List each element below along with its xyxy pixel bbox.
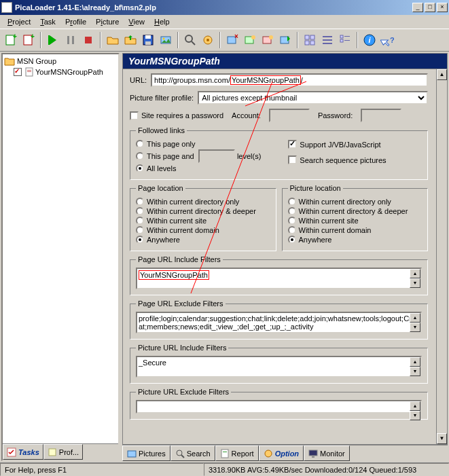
stop-button[interactable] [80,32,96,48]
levels-input[interactable] [198,149,235,163]
minimize-button[interactable]: _ [412,3,423,12]
play-button[interactable] [45,32,61,48]
page-include-filter-input[interactable]: YourMSNGroupPath ▲▼ [136,268,422,289]
radio-all-levels[interactable]: All levels [136,164,261,172]
svg-line-15 [192,41,195,45]
svg-marker-4 [50,35,56,45]
tree-child-label: YourMSNGroupPath [35,68,103,76]
svg-point-51 [265,450,272,457]
menu-task[interactable]: Task [35,16,60,27]
page-loc-dir-deeper[interactable]: Within current directory & deeper [136,207,270,215]
pic-loc-site[interactable]: Within current site [288,217,423,225]
spin-up-icon[interactable]: ▲ [410,401,420,411]
spin-up-icon[interactable]: ▲ [410,357,420,367]
new-task-button[interactable]: + [3,32,19,48]
maximize-button[interactable]: □ [425,3,435,12]
svg-rect-29 [323,36,332,37]
password-input[interactable] [361,109,401,122]
tree-checkbox[interactable] [14,68,22,76]
tab-option[interactable]: Option [259,445,304,461]
window-title: PicaLoader 1.41-E:\already_bf\msn2.plp [15,3,412,12]
close-button[interactable]: × [437,3,448,12]
radio-this-only[interactable]: This page only [136,140,261,148]
svg-rect-26 [310,35,315,39]
page-exc-legend: Page URL Exclude Filters [136,299,226,308]
page-loc-dir-only[interactable]: Within current directory only [136,198,270,206]
pic-loc-dir-only[interactable]: Within current directory only [288,198,423,206]
menu-picture[interactable]: Picture [91,16,124,27]
spin-up-icon[interactable]: ▲ [410,269,420,278]
settings-button[interactable] [200,32,216,48]
open-button[interactable] [105,32,121,48]
svg-rect-7 [72,36,74,44]
picture-button[interactable] [158,32,174,48]
pic-exclude-filter-input[interactable]: ▲▼ [136,400,422,414]
delete-pic-button[interactable]: × [224,32,240,48]
statusbar: For Help, press F1 3318.90KB AVG:5.49KB/… [0,462,449,476]
page-loc-site[interactable]: Within current site [136,217,270,225]
pic-inc-legend: Picture URL Include Filters [136,344,228,352]
spin-up-icon[interactable]: ▲ [410,313,420,323]
pic-loc-dir-deeper[interactable]: Within current directory & deeper [288,207,423,215]
radio-this-and[interactable]: This page and level(s) [136,149,261,163]
scroll-up-icon[interactable]: ▲ [437,69,447,80]
menu-project[interactable]: Project [3,16,35,27]
tab-pictures[interactable]: Pictures [122,445,170,461]
support-js-checkbox[interactable]: Support J/VB/JavaScript [288,140,386,149]
svg-rect-5 [48,35,50,45]
menu-help[interactable]: Help [149,16,175,27]
search-button[interactable] [182,32,198,48]
svg-rect-32 [340,35,343,38]
svg-text:?: ? [390,36,394,44]
view-thumb-button[interactable] [302,32,318,48]
vertical-scrollbar[interactable]: ▲ ▼ [436,69,447,444]
spin-down-icon[interactable]: ▼ [410,323,420,332]
svg-rect-33 [344,36,350,37]
pic-loc-domain[interactable]: Within current domain [288,226,423,234]
menu-view[interactable]: View [124,16,149,27]
left-tab-tasks[interactable]: Tasks [3,444,43,460]
tab-report[interactable]: Report [215,445,259,461]
account-input[interactable] [269,109,310,122]
tree-child[interactable]: YourMSNGroupPath [4,67,117,77]
left-tab-profiles[interactable]: Prof... [43,444,83,460]
tab-monitor[interactable]: Monitor [304,445,350,461]
search-seq-checkbox[interactable]: Search sequence pictures [288,155,386,164]
save-button[interactable] [140,32,156,48]
pic-exclude-filter-group: Picture URL Exclude Filters ▲▼ [130,388,428,420]
spin-down-icon[interactable]: ▼ [410,367,420,376]
svg-rect-11 [145,41,151,45]
site-password-checkbox[interactable]: Site requires a password [130,111,223,120]
export-button[interactable] [122,32,139,48]
view-list-button[interactable] [319,32,336,48]
url-input[interactable]: http://groups.msn.com/YourMSNGroupPath/ [151,73,428,87]
spin-down-icon[interactable]: ▼ [410,411,420,420]
pic-action3-button[interactable] [277,32,293,48]
scroll-down-icon[interactable]: ▼ [437,433,447,444]
titlebar: PicaLoader 1.41-E:\already_bf\msn2.plp _… [0,0,449,15]
pause-button[interactable] [62,32,79,48]
new-profile-button[interactable]: + [20,32,37,48]
page-loc-anywhere[interactable]: Anywhere [136,236,270,244]
info-button[interactable]: i [361,32,378,48]
tree-root[interactable]: MSN Group [4,56,117,67]
page-loc-domain[interactable]: Within current domain [136,226,270,234]
svg-rect-41 [27,71,31,72]
svg-point-13 [163,38,165,40]
filter-profile-select[interactable]: All pictures except thumbnail [198,91,428,105]
menubar: Project Task Profile Picture View Help [0,15,449,29]
menu-profile[interactable]: Profile [60,16,91,27]
option-icon [264,449,273,458]
pic-include-filter-input[interactable]: _Secure ▲▼ [136,356,422,378]
help-button[interactable]: ? [379,32,395,48]
view-detail-button[interactable] [337,32,353,48]
svg-text:×: × [234,33,238,40]
pic-loc-anywhere[interactable]: Anywhere [288,236,423,244]
tab-search[interactable]: Search [170,445,215,461]
svg-rect-53 [312,456,315,458]
pic-action2-button[interactable] [259,32,276,48]
pic-action1-button[interactable] [242,32,258,48]
spin-down-icon[interactable]: ▼ [410,278,420,288]
app-icon [1,2,12,13]
page-exclude-filter-input[interactable]: profile;login;calendar;suggestion;chat;l… [136,312,422,333]
